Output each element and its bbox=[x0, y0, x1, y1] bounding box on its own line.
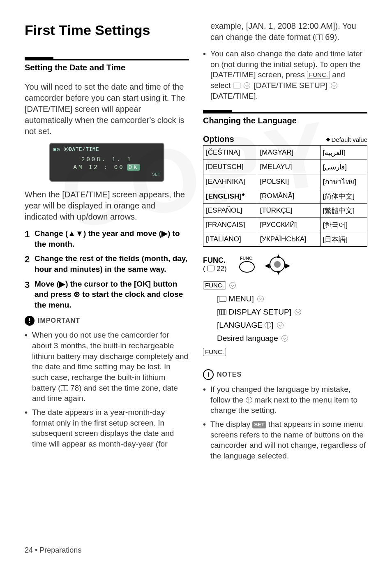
lang-cell: [日本語] bbox=[320, 232, 367, 247]
camscreen-time: AM 12 : 00OK bbox=[53, 164, 160, 171]
important-label: IMPORTANT bbox=[38, 317, 80, 324]
func-key: FUNC. bbox=[203, 281, 226, 289]
notes-bullet-2: The display SET that appears in some men… bbox=[203, 419, 367, 461]
func-page-ref: ( 22) bbox=[203, 265, 227, 273]
table-row: [ENGLISH]◆[ROMÂNĂ][简体中文] bbox=[203, 189, 367, 204]
table-row: [EΛΛHNIKA][POLSKI][ภาษาไทย] bbox=[203, 174, 367, 189]
info-icon: i bbox=[203, 369, 214, 380]
display-setup-icon bbox=[219, 309, 226, 315]
page-ref-icon bbox=[61, 385, 68, 391]
notes-bullets: If you changed the language by mistake, … bbox=[203, 384, 367, 461]
dpad-graphic: ▲▼◀▶ bbox=[267, 254, 288, 275]
lang-cell: [EΛΛHNIKA] bbox=[203, 174, 257, 189]
left-column: First Time Settings Setting the Date and… bbox=[25, 21, 189, 464]
notes-bullet-1: If you changed the language by mistake, … bbox=[203, 384, 367, 416]
lang-cell: [한국어] bbox=[320, 218, 367, 232]
func-key: FUNC. bbox=[307, 71, 330, 79]
lang-cell: [فارسی] bbox=[320, 160, 367, 174]
set-key: SET bbox=[252, 421, 266, 428]
options-title: Options bbox=[203, 134, 234, 144]
lang-cell: [繁體中文] bbox=[320, 204, 367, 218]
step-3: Move (▶) the cursor to the [OK] button a… bbox=[25, 279, 189, 310]
lang-cell: [РУССКИЙ] bbox=[257, 218, 320, 232]
important-bullets: When you do not use the camcorder for ab… bbox=[25, 330, 189, 449]
steps-list: Change (▲▼) the year and move (▶) to the… bbox=[25, 228, 189, 310]
important-bullet-1: When you do not use the camcorder for ab… bbox=[25, 330, 189, 403]
func-row: FUNC. ( 22) FUNC. ▲▼◀▶ bbox=[203, 254, 367, 275]
intro-2: When the [DATE/TIME] screen appears, the… bbox=[25, 189, 189, 222]
table-row: [ESPAÑOL][TÜRKÇE][繁體中文] bbox=[203, 204, 367, 218]
camcorder-screen: ▣◎ ⓀDATE/TIME 2008. 1. 1 AM 12 : 00OK SE… bbox=[49, 143, 164, 182]
camscreen-date: 2008. 1. 1 bbox=[53, 156, 160, 163]
lang-cell: [POLSKI] bbox=[257, 174, 320, 189]
diamond-icon bbox=[326, 138, 330, 142]
options-default: Default value bbox=[327, 136, 367, 143]
globe-icon bbox=[246, 397, 252, 403]
func-label: FUNC. bbox=[203, 256, 227, 265]
lang-cell: [ITALIANO] bbox=[203, 232, 257, 247]
step-2: Change the rest of the fields (month, da… bbox=[25, 253, 189, 274]
page-title: First Time Settings bbox=[25, 22, 189, 38]
lang-cell: [ภาษาไทย] bbox=[320, 174, 367, 189]
lang-cell: [DEUTSCH] bbox=[203, 160, 257, 174]
notes-label: NOTES bbox=[217, 371, 242, 378]
lang-cell: [FRANÇAIS] bbox=[203, 218, 257, 232]
lang-cell: [ČEŠTINA] bbox=[203, 146, 257, 160]
func-button-graphic: FUNC. bbox=[239, 256, 255, 273]
section-setting-date: Setting the Date and Time bbox=[25, 59, 189, 72]
menu-icon bbox=[219, 296, 226, 302]
important-bullet-2: The date appears in a year-month-day for… bbox=[25, 407, 189, 449]
camscreen-top: ▣◎ ⓀDATE/TIME bbox=[53, 146, 160, 153]
lang-cell: [MAGYAR] bbox=[257, 146, 320, 160]
chevron-down-icon bbox=[257, 296, 264, 302]
lang-cell: [简体中文] bbox=[320, 189, 367, 204]
page-ref-icon bbox=[207, 266, 214, 271]
chevron-down-icon bbox=[229, 282, 236, 289]
notes-head: i NOTES bbox=[203, 369, 367, 380]
chevron-down-icon bbox=[331, 82, 337, 89]
chevron-down-icon bbox=[244, 82, 250, 89]
chevron-down-icon bbox=[281, 335, 288, 342]
lang-cell: [العربية] bbox=[320, 146, 367, 160]
lang-cell: [ROMÂNĂ] bbox=[257, 189, 320, 204]
lang-cell: [ENGLISH]◆ bbox=[203, 189, 257, 204]
lang-cell: [УКРАЇНСЬКА] bbox=[257, 232, 320, 247]
right-column: example, [JAN. 1, 2008 12:00 AM]). You c… bbox=[203, 21, 367, 464]
right-top-bullets: You can also change the date and time la… bbox=[203, 49, 367, 101]
intro-1: You will need to set the date and time o… bbox=[25, 81, 189, 137]
chevron-down-icon bbox=[295, 309, 301, 315]
globe-icon bbox=[265, 322, 271, 329]
important-head: ! IMPORTANT bbox=[25, 316, 189, 326]
section-changing-language: Changing the Language bbox=[203, 112, 367, 125]
continued-text: example, [JAN. 1, 2008 12:00 AM]). You c… bbox=[210, 21, 367, 43]
page-ref-icon bbox=[316, 35, 323, 40]
options-header: Options Default value bbox=[203, 134, 367, 146]
lang-cell: [TÜRKÇE] bbox=[257, 204, 320, 218]
table-row: [ITALIANO][УКРАЇНСЬКА][日本語] bbox=[203, 232, 367, 247]
step-1: Change (▲▼) the year and move (▶) to the… bbox=[25, 228, 189, 249]
right-bullet-datetime: You can also change the date and time la… bbox=[203, 49, 367, 101]
table-row: [FRANÇAIS][РУССКИЙ][한국어] bbox=[203, 218, 367, 232]
lang-cell: [MELAYU] bbox=[257, 160, 320, 174]
menu-icon bbox=[233, 83, 240, 88]
lang-cell: [ESPAÑOL] bbox=[203, 204, 257, 218]
page-footer: 24 • Preparations bbox=[25, 546, 81, 555]
menu-path: FUNC. [ MENU] [ DISPLAY SETUP] [LANGUAGE… bbox=[203, 279, 367, 359]
chevron-down-icon bbox=[277, 322, 284, 329]
camscreen-set: SET bbox=[53, 172, 160, 177]
table-row: [DEUTSCH][MELAYU][فارسی] bbox=[203, 160, 367, 174]
func-key: FUNC. bbox=[203, 348, 226, 356]
table-row: [ČEŠTINA][MAGYAR][العربية] bbox=[203, 146, 367, 160]
language-table: [ČEŠTINA][MAGYAR][العربية][DEUTSCH][MELA… bbox=[203, 146, 367, 247]
important-icon: ! bbox=[25, 316, 35, 326]
